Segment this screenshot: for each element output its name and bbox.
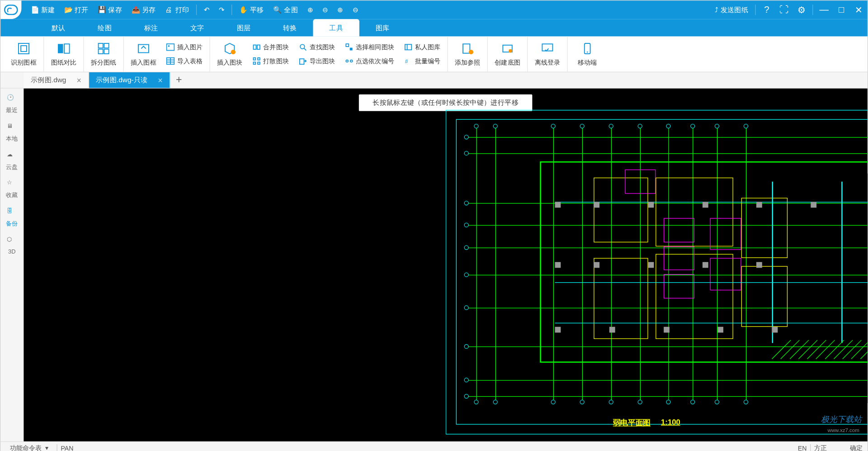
gear-icon: ⚙ — [797, 5, 806, 15]
menu-tab-4[interactable]: 图层 — [221, 19, 267, 36]
select-same-button[interactable]: 选择相同图块 — [342, 42, 396, 53]
export-block-button[interactable]: 导出图块 — [296, 55, 337, 67]
sidebar-item-4[interactable]: 🗄备份 — [6, 208, 18, 228]
add-ref-button[interactable]: 添加参照 — [453, 41, 483, 67]
block-icon — [222, 41, 237, 56]
undo-button[interactable]: ↶ — [199, 0, 214, 19]
split-button[interactable]: 拆分图纸 — [89, 41, 119, 67]
doctab-label: 示例图.dwg-只读 — [96, 75, 147, 85]
create-base-button[interactable]: 创建底图 — [492, 41, 523, 67]
document-tab-0[interactable]: 示例图.dwg× — [24, 72, 89, 88]
image-icon — [165, 42, 175, 52]
svg-rect-7 — [104, 49, 108, 54]
monitor-icon — [540, 41, 555, 56]
svg-rect-0 — [19, 43, 29, 54]
explode-block-button[interactable]: 打散图块 — [250, 55, 291, 67]
menu-tab-3[interactable]: 文字 — [174, 19, 220, 36]
new-file-icon: 📄 — [31, 6, 39, 14]
merge-icon — [252, 42, 261, 52]
menu-tab-2[interactable]: 标注 — [128, 19, 174, 36]
svg-point-22 — [300, 44, 304, 49]
sidebar-item-5[interactable]: ⬡3D — [7, 236, 17, 254]
svg-line-23 — [304, 48, 306, 51]
fit-button[interactable]: 🔍全图 — [269, 0, 303, 19]
sidebar-item-0[interactable]: 🕑最近 — [6, 94, 18, 115]
sidebar-label: 最近 — [6, 107, 18, 115]
svg-rect-19 — [257, 58, 259, 60]
mobile-button[interactable]: 移动端 — [572, 41, 603, 67]
menu-tab-0[interactable]: 默认 — [35, 19, 81, 36]
svg-rect-9 — [166, 44, 174, 50]
pan-button[interactable]: ✋平移 — [234, 0, 269, 19]
cad-drawing: 弱电平面图1:100 — [446, 110, 868, 434]
menu-tabs: 默认绘图标注文字图层转换工具图库 — [0, 19, 867, 36]
insert-frame-icon — [136, 41, 151, 56]
insert-frame-button[interactable]: 插入图框 — [128, 41, 159, 67]
confirm-button[interactable]: 确定 — [850, 444, 863, 451]
svg-rect-2 — [58, 44, 63, 53]
menu-tab-6[interactable]: 工具 — [313, 19, 359, 36]
zoom-out-icon: ⊖ — [353, 6, 359, 14]
send-drawing-button[interactable]: ⤴发送图纸 — [710, 0, 753, 19]
insert-block-button[interactable]: 插入图块 — [215, 41, 245, 67]
settings-button[interactable]: ⚙ — [793, 0, 810, 19]
svg-rect-20 — [253, 62, 255, 64]
zoom-out-button[interactable]: ⊖ — [318, 0, 333, 19]
redo-button[interactable]: ↷ — [214, 0, 229, 19]
saveas-button[interactable]: 📤另存 — [127, 0, 160, 19]
sidebar-icon: ☁ — [7, 151, 17, 161]
svg-text:#: # — [405, 58, 408, 65]
print-button[interactable]: 🖨打印 — [160, 0, 194, 19]
document-tab-1[interactable]: 示例图.dwg-只读× — [89, 72, 170, 88]
close-tab-icon[interactable]: × — [76, 75, 81, 85]
batch-number-button[interactable]: #批量编号 — [401, 55, 443, 67]
split-icon — [96, 41, 111, 56]
private-lib-button[interactable]: 私人图库 — [401, 42, 443, 53]
lang-indicator[interactable]: EN — [798, 445, 807, 451]
svg-rect-24 — [299, 59, 304, 64]
close-tab-icon[interactable]: × — [158, 75, 162, 85]
menu-tab-7[interactable]: 图库 — [359, 19, 406, 36]
basemap-icon — [500, 41, 515, 56]
number-icon — [344, 56, 354, 66]
recognize-frame-button[interactable]: 识别图框 — [9, 41, 39, 67]
sidebar-item-3[interactable]: ☆收藏 — [6, 179, 18, 200]
command-table-dropdown[interactable]: 功能命令表▾ — [5, 444, 53, 451]
open-button[interactable]: 📂打开 — [60, 0, 93, 19]
save-button[interactable]: 💾保存 — [93, 0, 127, 19]
minimize-button[interactable]: — — [816, 0, 833, 19]
sidebar-item-2[interactable]: ☁云盘 — [6, 151, 18, 171]
zoom-out2-button[interactable]: ⊖ — [348, 0, 363, 19]
close-icon: ✕ — [855, 5, 863, 15]
find-block-button[interactable]: 查找图块 — [296, 42, 337, 53]
menu-tab-1[interactable]: 绘图 — [81, 19, 127, 36]
offline-login-button[interactable]: 离线登录 — [533, 41, 563, 67]
svg-point-33 — [469, 50, 473, 54]
maximize-button[interactable]: □ — [833, 0, 850, 19]
batch-icon: # — [403, 56, 412, 66]
svg-rect-21 — [257, 62, 259, 64]
zoom-in2-button[interactable]: ⊕ — [333, 0, 348, 19]
click-number-button[interactable]: 点选依次编号 — [342, 55, 396, 67]
sidebar-label: 本地 — [6, 135, 18, 143]
new-button[interactable]: 📄新建 — [26, 0, 60, 19]
menu-tab-5[interactable]: 转换 — [267, 19, 313, 36]
compare-button[interactable]: 图纸对比 — [49, 41, 79, 67]
add-tab-button[interactable]: + — [170, 72, 187, 88]
merge-block-button[interactable]: 合并图块 — [250, 42, 291, 53]
sidebar-item-1[interactable]: 🖥本地 — [6, 122, 18, 143]
sidebar-icon: ⬡ — [7, 236, 17, 246]
library-icon — [403, 42, 412, 52]
drawing-canvas[interactable]: 长按鼠标左键（或任何时候长按中键）进行平移 弱电平面图1:100 极光下载站 w… — [24, 89, 867, 442]
ime-indicator[interactable]: 方正 — [814, 444, 827, 451]
fullscreen-button[interactable]: ⛶ — [775, 0, 793, 19]
close-button[interactable]: ✕ — [850, 0, 867, 19]
import-table-button[interactable]: 导入表格 — [163, 55, 205, 67]
zoom-in-button[interactable]: ⊕ — [302, 0, 317, 19]
select-icon — [344, 42, 354, 52]
svg-point-28 — [350, 60, 352, 62]
help-button[interactable]: ? — [758, 0, 775, 19]
svg-point-10 — [168, 45, 170, 47]
insert-image-button[interactable]: 插入图片 — [163, 42, 205, 53]
svg-rect-3 — [64, 44, 70, 53]
